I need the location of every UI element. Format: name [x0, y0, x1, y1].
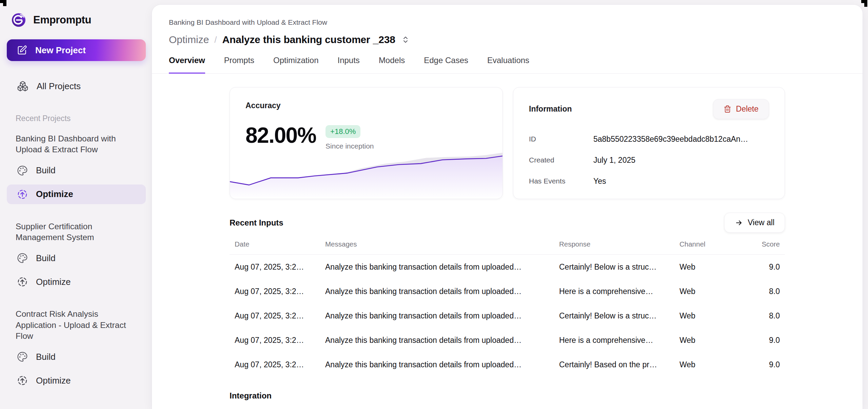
project-group: Banking BI Dashboard with Upload & Extra… — [0, 133, 153, 204]
accuracy-card-title: Accuracy — [245, 101, 487, 110]
build-label: Build — [36, 352, 56, 362]
chevrons-up-down-icon — [401, 36, 410, 44]
tab-inputs[interactable]: Inputs — [337, 56, 359, 74]
cell-channel: Web — [679, 360, 739, 369]
project-group: Supplier Certification Management System… — [0, 221, 153, 292]
sidebar-item-build[interactable]: Build — [7, 347, 146, 367]
cell-date: Aug 07, 2025, 3:2… — [235, 287, 325, 296]
screen-artifact — [3, 3, 6, 6]
brand[interactable]: Empromptu — [10, 12, 153, 28]
tab-optimization[interactable]: Optimization — [273, 56, 318, 74]
tab-bar: Overview Prompts Optimization Inputs Mod… — [152, 56, 863, 74]
screen-artifact — [864, 3, 867, 7]
delete-button[interactable]: Delete — [713, 99, 769, 119]
optimize-arrow-up-icon — [17, 189, 28, 200]
brand-name: Empromptu — [33, 14, 91, 26]
cell-date: Aug 07, 2025, 3:2… — [235, 262, 325, 272]
info-row-id: ID 5a8b550223358e69c39eebdadc8b12caAn… — [529, 129, 769, 150]
new-project-button[interactable]: New Project — [7, 39, 146, 61]
info-label: Created — [529, 156, 593, 164]
cell-response: Here is a comprehensive… — [559, 287, 679, 296]
new-project-label: New Project — [35, 45, 86, 56]
cell-score: 9.0 — [739, 336, 780, 345]
table-row[interactable]: Aug 07, 2025, 3:2… Analyze this banking … — [230, 304, 785, 328]
cell-date: Aug 07, 2025, 3:2… — [235, 360, 325, 369]
cell-message: Analyze this banking transaction details… — [325, 311, 559, 320]
breadcrumb-section[interactable]: Optimize — [169, 34, 209, 45]
sidebar: Empromptu New Project — [0, 0, 153, 409]
recent-inputs-title: Recent Inputs — [230, 218, 283, 228]
accuracy-card: Accuracy 82.00% +18.0% Since inception — [230, 87, 503, 199]
cell-channel: Web — [679, 336, 739, 345]
tab-evaluations[interactable]: Evaluations — [487, 56, 529, 74]
sidebar-item-all-projects[interactable]: All Projects — [7, 76, 146, 96]
integration-title: Integration — [230, 391, 785, 401]
sidebar-item-build[interactable]: Build — [7, 161, 146, 180]
palette-icon — [17, 351, 28, 362]
tab-prompts[interactable]: Prompts — [224, 56, 254, 74]
recent-inputs-table: Date Messages Response Channel Score Aug… — [230, 240, 785, 377]
trash-icon — [724, 105, 731, 113]
sidebar-item-optimize[interactable]: Optimize — [7, 184, 146, 204]
breadcrumb-separator: / — [214, 35, 217, 45]
info-value-created: July 1, 2025 — [593, 156, 769, 165]
col-messages: Messages — [325, 240, 559, 248]
cell-score: 9.0 — [739, 360, 780, 369]
table-row[interactable]: Aug 07, 2025, 3:2… Analyze this banking … — [230, 328, 785, 352]
cell-message: Analyze this banking transaction details… — [325, 360, 559, 369]
col-score: Score — [739, 240, 780, 248]
info-row-has-events: Has Events Yes — [529, 171, 769, 192]
empromptu-logo-icon — [10, 12, 27, 28]
information-card-title: Information — [529, 104, 572, 114]
table-header: Date Messages Response Channel Score — [230, 240, 785, 255]
breadcrumb-project: Banking BI Dashboard with Upload & Extra… — [169, 18, 846, 26]
cell-response: Certainly! Based on the pr… — [559, 360, 679, 369]
col-date: Date — [235, 240, 325, 248]
cell-score: 8.0 — [739, 287, 780, 296]
cell-response: Certainly! Below is a struc… — [559, 262, 679, 272]
table-row[interactable]: Aug 07, 2025, 3:2… Analyze this banking … — [230, 279, 785, 304]
cell-date: Aug 07, 2025, 3:2… — [235, 336, 325, 345]
recent-projects-label: Recent Projects — [16, 114, 153, 123]
sidebar-item-optimize[interactable]: Optimize — [7, 371, 146, 390]
optimize-label: Optimize — [36, 189, 73, 199]
sidebar-item-optimize[interactable]: Optimize — [7, 272, 146, 292]
info-label: Has Events — [529, 177, 593, 185]
cell-message: Analyze this banking transaction details… — [325, 262, 559, 272]
view-all-button[interactable]: View all — [724, 213, 785, 233]
sidebar-item-build[interactable]: Build — [7, 248, 146, 268]
optimize-label: Optimize — [36, 277, 71, 287]
project-name[interactable]: Banking BI Dashboard with Upload & Extra… — [16, 133, 137, 155]
all-projects-label: All Projects — [37, 81, 81, 92]
accuracy-sparkline — [230, 151, 502, 199]
cell-date: Aug 07, 2025, 3:2… — [235, 311, 325, 320]
screen-artifact — [0, 0, 6, 3]
cell-response: Certainly! Below is a struc… — [559, 311, 679, 320]
project-group: Contract Risk Analysis Application - Upl… — [0, 309, 153, 390]
cell-channel: Web — [679, 287, 739, 296]
optimize-arrow-up-icon — [17, 276, 28, 287]
arrow-right-icon — [735, 219, 743, 227]
tab-models[interactable]: Models — [379, 56, 405, 74]
build-label: Build — [36, 253, 56, 264]
information-card: Information Delete ID 5a8b5502233 — [513, 87, 785, 199]
tab-edge-cases[interactable]: Edge Cases — [424, 56, 468, 74]
optimize-arrow-up-icon — [17, 375, 28, 386]
project-name[interactable]: Supplier Certification Management System — [16, 221, 137, 243]
info-row-created: Created July 1, 2025 — [529, 150, 769, 171]
col-response: Response — [559, 240, 679, 248]
col-channel: Channel — [679, 240, 739, 248]
project-name[interactable]: Contract Risk Analysis Application - Upl… — [16, 309, 137, 342]
page-header: Banking BI Dashboard with Upload & Extra… — [152, 5, 863, 45]
accuracy-value: 82.00% — [245, 124, 316, 146]
boxes-icon — [17, 80, 28, 92]
table-row[interactable]: Aug 07, 2025, 3:2… Analyze this banking … — [230, 352, 785, 377]
tab-overview[interactable]: Overview — [169, 56, 205, 74]
cell-response: Here is a comprehensive… — [559, 336, 679, 345]
table-row[interactable]: Aug 07, 2025, 3:2… Analyze this banking … — [230, 255, 785, 279]
page-title: Analyze this banking customer _238 — [222, 34, 395, 45]
title-switcher[interactable] — [401, 36, 410, 44]
accuracy-delta-badge: +18.0% — [326, 125, 360, 138]
app-window: Empromptu New Project — [0, 0, 868, 409]
cell-message: Analyze this banking transaction details… — [325, 287, 559, 296]
